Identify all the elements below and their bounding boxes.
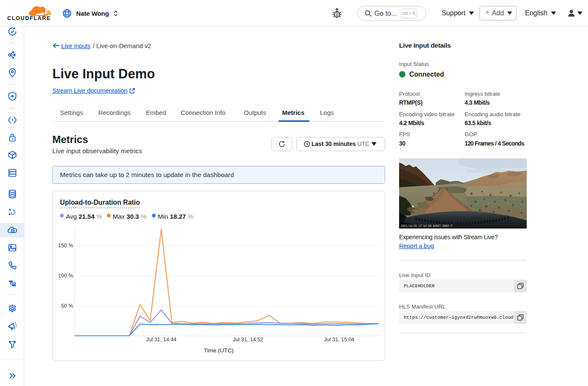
svg-text:50 %: 50 % — [61, 303, 74, 309]
svg-text:150 %: 150 % — [58, 243, 73, 249]
svg-text:Time (UTC): Time (UTC) — [204, 347, 234, 354]
svg-text:100 %: 100 % — [58, 273, 73, 279]
svg-text:2021/10/20 17:54:29 AUKEY DR02: 2021/10/20 17:54:29 AUKEY DR02 P — [401, 225, 452, 228]
svg-text:CLOUDFLARE: CLOUDFLARE — [7, 15, 51, 21]
svg-text:Jul 31, 14:44: Jul 31, 14:44 — [146, 337, 177, 343]
svg-text:Jul 31, 15:04: Jul 31, 15:04 — [324, 337, 354, 343]
svg-text:Jul 31, 14:52: Jul 31, 14:52 — [233, 337, 263, 343]
